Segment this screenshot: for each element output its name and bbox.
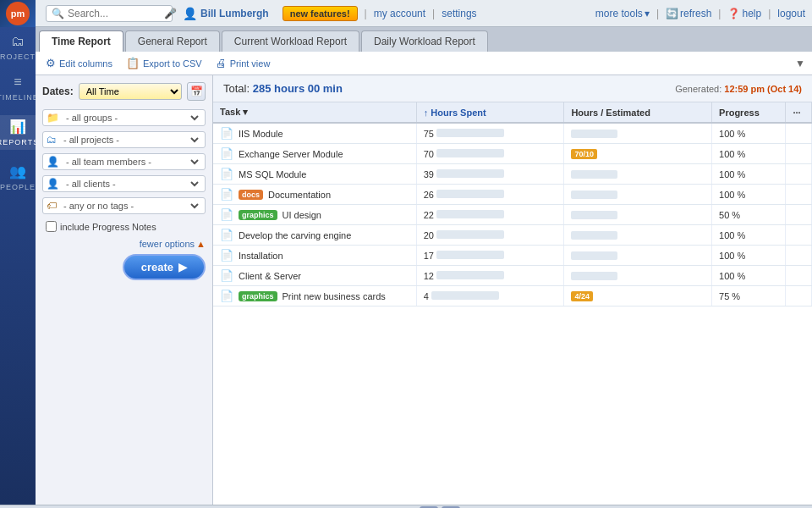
chevron-down-icon: ▾ — [645, 8, 650, 19]
search-input[interactable] — [68, 8, 161, 19]
hours-cell: 12 — [416, 266, 564, 286]
edit-columns-button[interactable]: ⚙ Edit columns — [42, 55, 116, 71]
logo: pm — [6, 2, 30, 25]
timeline-icon: ≡ — [14, 75, 21, 90]
est-bar — [571, 130, 617, 138]
col-more[interactable]: ··· — [786, 102, 812, 123]
hours-cell: 75 — [416, 123, 564, 144]
fewer-options-button[interactable]: fewer options ▲ — [42, 239, 206, 249]
logout-link[interactable]: logout — [777, 8, 805, 19]
my-account-link[interactable]: my account — [374, 8, 425, 19]
report-area: Dates: All Time 📅 📁 - all groups - 🗂 - — [36, 75, 812, 505]
hours-value: 4 — [424, 291, 431, 301]
task-cell[interactable]: 📄Develop the carving engine — [213, 225, 416, 246]
include-progress-checkbox[interactable] — [46, 221, 57, 232]
team-select[interactable]: - all team members - — [63, 156, 201, 168]
user-name[interactable]: Bill Lumbergh — [200, 8, 269, 19]
hours-value: 20 — [424, 230, 436, 240]
toolbar-dropdown-icon[interactable]: ▼ — [795, 58, 805, 69]
print-button[interactable]: 🖨 Print view — [212, 55, 274, 71]
help-button[interactable]: ❓ help — [727, 8, 761, 19]
task-cell[interactable]: 📄Installation — [213, 246, 416, 266]
tab-time-report[interactable]: Time Report — [39, 30, 123, 52]
create-button[interactable]: create ▶ — [123, 254, 206, 280]
progress-cell: 100 % — [712, 164, 786, 185]
dates-select[interactable]: All Time — [79, 83, 182, 100]
arrow-right-icon: ▶ — [178, 261, 187, 273]
tag-badge: graphics — [239, 210, 277, 220]
est-bar — [571, 170, 617, 179]
export-icon: 📋 — [126, 57, 140, 69]
hours-value: 75 — [424, 129, 436, 139]
help-icon: ❓ — [727, 8, 740, 19]
sidebar-item-timeline[interactable]: ≡ TIMELINE — [0, 75, 39, 102]
estimated-cell — [564, 164, 712, 185]
task-name: Client & Server — [239, 271, 301, 281]
task-cell[interactable]: 📄Exchange Server Module — [213, 144, 416, 164]
table-row: 📄Exchange Server Module70 70/10100 % — [213, 144, 812, 164]
task-cell[interactable]: 📄Client & Server — [213, 266, 416, 286]
calendar-button[interactable]: 📅 — [187, 82, 206, 101]
task-icon: 📄 — [220, 127, 233, 140]
more-tools-button[interactable]: more tools ▾ — [595, 8, 650, 19]
col-task[interactable]: Task ▾ — [213, 102, 416, 123]
tags-select[interactable]: - any or no tags - — [60, 200, 201, 212]
progress-cell: 100 % — [712, 144, 786, 164]
est-badge: 70/10 — [571, 149, 597, 159]
settings-link[interactable]: settings — [442, 8, 476, 19]
task-icon: 📄 — [220, 269, 233, 282]
logo-area: pm — [0, 0, 36, 27]
include-progress-label[interactable]: include Progress Notes — [60, 222, 156, 232]
estimated-cell: 70/10 — [564, 144, 712, 164]
row-extra — [786, 246, 812, 266]
hours-value: 39 — [424, 169, 436, 179]
est-bar — [571, 251, 617, 260]
tag-badge: docs — [239, 190, 263, 200]
task-cell[interactable]: 📄docsDocumentation — [213, 185, 416, 205]
new-features-button[interactable]: new features! — [283, 6, 358, 21]
include-progress-row: include Progress Notes — [42, 219, 206, 234]
table-row: 📄MS SQL Module39 100 % — [213, 164, 812, 185]
task-name: Print new business cards — [283, 291, 386, 301]
clients-select[interactable]: - all clients - — [63, 178, 201, 190]
task-name: Exchange Server Module — [239, 149, 343, 159]
task-cell[interactable]: 📄graphicsUI design — [213, 205, 416, 225]
hours-value: 12 — [424, 271, 436, 281]
row-extra — [786, 123, 812, 144]
table-row: 📄docsDocumentation26 100 % — [213, 185, 812, 205]
tab-daily-workload[interactable]: Daily Workload Report — [361, 30, 488, 52]
estimated-cell — [564, 266, 712, 286]
projects-icon: 🗂 — [11, 34, 25, 49]
col-hours-spent[interactable]: ↑ Hours Spent — [416, 102, 564, 123]
tab-general-report[interactable]: General Report — [125, 30, 220, 52]
folder-icon: 📁 — [47, 112, 59, 124]
sidebar-item-people[interactable]: 👥 PEOPLE — [0, 163, 36, 191]
export-csv-button[interactable]: 📋 Export to CSV — [123, 55, 206, 71]
groups-select[interactable]: - all groups - — [63, 112, 201, 124]
tab-current-workload[interactable]: Current Workload Report — [222, 30, 359, 52]
task-cell[interactable]: 📄graphicsPrint new business cards — [213, 286, 416, 306]
hours-cell: 70 — [416, 144, 564, 164]
progress-cell: 100 % — [712, 225, 786, 246]
triangle-up-icon: ▲ — [196, 239, 206, 249]
col-progress[interactable]: Progress — [712, 102, 786, 123]
search-icon: 🔍 — [52, 8, 64, 19]
toolbar: ⚙ Edit columns 📋 Export to CSV 🖨 Print v… — [36, 52, 812, 75]
user-icon: 👤 — [183, 7, 197, 20]
table-row: 📄Client & Server12 100 % — [213, 266, 812, 286]
hours-cell: 39 — [416, 164, 564, 185]
refresh-button[interactable]: 🔄 refresh — [666, 8, 711, 19]
task-cell[interactable]: 📄MS SQL Module — [213, 164, 416, 185]
filter-panel: Dates: All Time 📅 📁 - all groups - 🗂 - — [36, 75, 213, 505]
est-bar — [571, 272, 617, 280]
refresh-icon: 🔄 — [666, 8, 678, 19]
task-cell[interactable]: 📄IIS Module — [213, 123, 416, 144]
hours-bar — [436, 230, 504, 239]
projects-select[interactable]: - all projects - — [60, 134, 201, 146]
clients-icon: 👤 — [47, 178, 59, 190]
search-box[interactable]: 🔍 🎤 — [46, 5, 173, 22]
task-icon: 📄 — [220, 229, 233, 241]
hours-cell: 17 — [416, 246, 564, 266]
task-icon: 📄 — [220, 188, 233, 201]
col-hours-estimated[interactable]: Hours / Estimated — [564, 102, 712, 123]
